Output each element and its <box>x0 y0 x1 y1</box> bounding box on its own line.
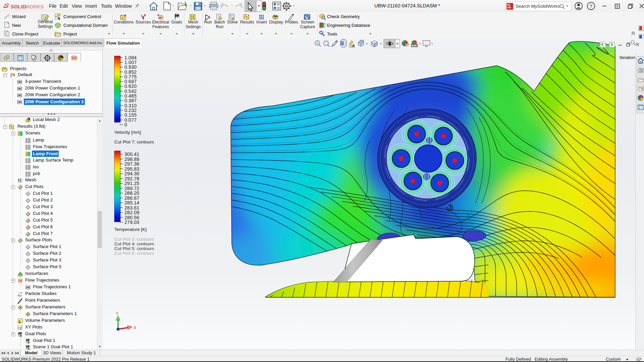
svg-text:SOLID: SOLID <box>11 4 26 9</box>
svg-text:Cut Plot 5: contours: Cut Plot 5: contours <box>114 246 154 251</box>
svg-text:Temperature [K]: Temperature [K] <box>114 227 147 232</box>
svg-text:Cut Plot 7: contours: Cut Plot 7: contours <box>114 139 154 144</box>
svg-text:Velocity [m/s]: Velocity [m/s] <box>114 130 141 135</box>
svg-text:Cut Plot 6: contours: Cut Plot 6: contours <box>114 251 154 256</box>
svg-text:Cut Plot 3: contours: Cut Plot 3: contours <box>114 237 154 242</box>
svg-text:279.03: 279.03 <box>124 220 139 225</box>
svg-text:Cut Plot 4: contours: Cut Plot 4: contours <box>114 241 154 246</box>
svg-text:X: X <box>133 325 136 330</box>
svg-text:?: ? <box>590 3 592 9</box>
svg-text:0: 0 <box>124 122 127 127</box>
svg-text:Y: Y <box>116 311 118 316</box>
svg-text:A: A <box>352 44 355 48</box>
svg-text:WORKS: WORKS <box>25 4 44 9</box>
